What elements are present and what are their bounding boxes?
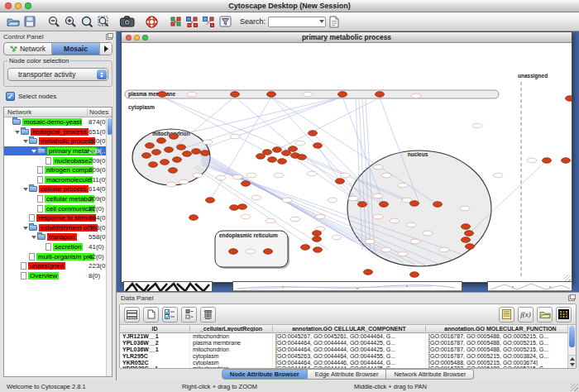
- network-node-selected[interactable]: [562, 158, 571, 164]
- table-row[interactable]: YJR121W__1mitochondrion[GO:0045267, GO:0…: [120, 333, 576, 340]
- network-node-selected[interactable]: [142, 153, 151, 159]
- tree-row[interactable]: nitrogen compo209(0): [4, 165, 106, 175]
- network-canvas[interactable]: plasma membranecytoplasmmitochondrionnuc…: [122, 43, 572, 283]
- network-node-selected[interactable]: [268, 157, 277, 163]
- network-node-selected[interactable]: [313, 247, 323, 253]
- network-resize-grip[interactable]: [564, 275, 571, 281]
- float-panel-icon[interactable]: [106, 34, 112, 40]
- expand-arrow-icon[interactable]: [31, 233, 37, 241]
- network-node[interactable]: [216, 175, 226, 180]
- tab-network-attribute-browser[interactable]: Network Attribute Browser: [386, 369, 474, 380]
- save-icon[interactable]: [22, 14, 38, 30]
- network-node[interactable]: [230, 134, 240, 139]
- network-node-selected[interactable]: [158, 92, 167, 98]
- tab-network[interactable]: Network: [4, 43, 52, 55]
- tree-row[interactable]: cellular process614(0): [4, 184, 106, 194]
- close-button[interactable]: [5, 2, 12, 9]
- tree-row[interactable]: cell communicat22(0): [4, 203, 106, 213]
- network-window-titlebar[interactable]: primary metabolic process: [122, 32, 572, 43]
- table-column-header[interactable]: annotation.GO MOLECULAR_FUNCTION: [426, 326, 576, 332]
- network-node[interactable]: [373, 194, 383, 198]
- tree-row[interactable]: nucleobase-209(0): [4, 155, 106, 165]
- help-icon[interactable]: [143, 14, 160, 30]
- expand-arrow-icon[interactable]: [22, 185, 29, 193]
- network-node[interactable]: [246, 249, 256, 254]
- network-node[interactable]: [303, 92, 313, 97]
- network-node[interactable]: [365, 239, 375, 244]
- network-node[interactable]: [246, 173, 256, 178]
- network-close-button[interactable]: [126, 35, 132, 41]
- network-node-selected[interactable]: [364, 270, 373, 275]
- network-node-selected[interactable]: [256, 154, 266, 160]
- network-node-selected[interactable]: [278, 159, 287, 165]
- minimize-button[interactable]: [15, 2, 22, 9]
- network-node[interactable]: [398, 183, 408, 188]
- network-minimize-button[interactable]: [134, 35, 140, 41]
- zoom-selected-icon[interactable]: [79, 14, 95, 30]
- network-node-selected[interactable]: [313, 237, 322, 242]
- zoom-in-icon[interactable]: [62, 14, 79, 30]
- network-node-selected[interactable]: [465, 231, 474, 237]
- scroll-up-icon[interactable]: [570, 357, 575, 361]
- network-node[interactable]: [290, 217, 300, 222]
- network-node-selected[interactable]: [231, 92, 240, 98]
- table-column-header[interactable]: ID: [120, 326, 190, 332]
- table-column-header[interactable]: annotation.GO CELLULAR_COMPONENT: [273, 326, 426, 332]
- expand-arrow-icon[interactable]: [22, 137, 29, 145]
- network-node-selected[interactable]: [173, 157, 182, 163]
- network-node-selected[interactable]: [157, 138, 166, 144]
- tree-scrollbar[interactable]: [106, 117, 112, 376]
- network-node-selected[interactable]: [466, 244, 475, 250]
- network-node-selected[interactable]: [152, 150, 161, 155]
- open-file-icon[interactable]: [5, 14, 22, 30]
- edit-network-icon[interactable]: [200, 14, 217, 30]
- network-node-selected[interactable]: [201, 151, 210, 156]
- network-node[interactable]: [274, 173, 284, 178]
- formula-builder-icon[interactable]: f(x): [518, 307, 534, 323]
- unselect-attributes-icon[interactable]: [181, 307, 197, 323]
- network-node-selected[interactable]: [149, 162, 158, 168]
- network-node-selected[interactable]: [301, 245, 310, 251]
- network-node[interactable]: [373, 165, 383, 170]
- network-node-selected[interactable]: [192, 149, 201, 155]
- network-node[interactable]: [332, 235, 342, 240]
- table-scrollbar[interactable]: [567, 325, 576, 368]
- network-node-selected[interactable]: [238, 204, 247, 210]
- open-attributes-icon[interactable]: [537, 307, 553, 323]
- background-window-fragment[interactable]: [232, 281, 462, 292]
- network-node[interactable]: [266, 218, 275, 223]
- tree-row[interactable]: multi-organism pro42(0): [4, 251, 106, 261]
- network-node[interactable]: [179, 179, 189, 184]
- network-node[interactable]: [493, 173, 503, 178]
- network-node[interactable]: [295, 141, 305, 146]
- network-node-selected[interactable]: [170, 134, 179, 140]
- new-attribute-icon[interactable]: [143, 307, 159, 323]
- network-zoom-button[interactable]: [142, 35, 148, 41]
- network-node-selected[interactable]: [206, 198, 215, 203]
- select-nodes-checkbox[interactable]: ✓: [6, 92, 15, 101]
- tab-edge-attribute-browser[interactable]: Edge Attribute Browser: [308, 369, 387, 380]
- destroy-network-icon[interactable]: [167, 14, 184, 30]
- network-node-selected[interactable]: [146, 143, 155, 149]
- tree-row[interactable]: primary metabo209(...: [4, 146, 106, 156]
- select-attributes-icon[interactable]: [162, 307, 178, 323]
- network-node[interactable]: [328, 198, 337, 203]
- tree-row[interactable]: cellular metabol209(0): [4, 194, 106, 204]
- network-node[interactable]: [241, 214, 251, 219]
- tree-row[interactable]: biological_process651(0): [4, 127, 106, 137]
- network-node-selected[interactable]: [289, 146, 298, 152]
- network-node[interactable]: [282, 198, 292, 203]
- network-node[interactable]: [193, 173, 203, 178]
- zoom-out-icon[interactable]: [45, 14, 62, 30]
- network-node-selected[interactable]: [410, 272, 419, 278]
- tree-row[interactable]: metabolic process280(0): [4, 136, 106, 146]
- expand-arrow-icon[interactable]: [22, 224, 29, 232]
- network-node[interactable]: [527, 158, 537, 163]
- network-node-selected[interactable]: [410, 201, 419, 207]
- network-node[interactable]: [406, 222, 416, 227]
- tree-row[interactable]: establishment of lo558(0): [4, 223, 106, 233]
- matrix-view-icon[interactable]: [556, 307, 572, 323]
- background-window-fragment[interactable]: [123, 281, 213, 292]
- network-node-selected[interactable]: [376, 92, 385, 98]
- network-node-selected[interactable]: [177, 145, 186, 151]
